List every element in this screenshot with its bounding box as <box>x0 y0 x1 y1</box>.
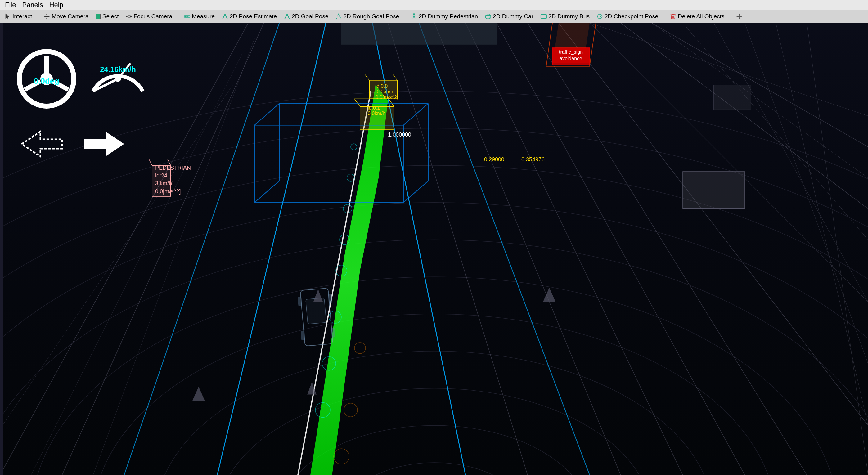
sep1 <box>37 13 38 20</box>
sep2 <box>178 13 178 20</box>
left-edge <box>0 23 3 475</box>
svg-point-1 <box>128 15 130 18</box>
rough-icon <box>335 13 342 20</box>
svg-point-15 <box>542 18 543 19</box>
float-value-3: 0.354976 <box>521 156 545 163</box>
sep3 <box>405 13 405 20</box>
pedestrian-accel: 0.0[m/s^2] <box>155 188 181 194</box>
move2-icon <box>736 13 743 20</box>
svg-point-116 <box>115 76 121 82</box>
turn-left-signal <box>19 125 62 159</box>
svg-marker-0 <box>6 13 10 19</box>
menu-help[interactable]: Help <box>46 0 66 10</box>
tool-checkpoint-pose[interactable]: 2D Checkpoint Pose <box>594 12 661 21</box>
yellow-box-1-label: id:0.00.0km/h0.0[m/s^2] <box>375 84 398 100</box>
select-check <box>96 14 100 19</box>
tool-select-label: Select <box>102 13 119 20</box>
menu-file[interactable]: File <box>2 0 19 10</box>
svg-text:0.0deg: 0.0deg <box>34 76 59 86</box>
yellow-box-2-label: id:0.10.0km/h <box>368 105 385 116</box>
tool-dummy-pedestrian[interactable]: 2D Dummy Pedestrian <box>408 12 480 21</box>
pedestrian-speed: 3[km/h] <box>155 180 174 187</box>
checkpoint-icon <box>596 13 603 20</box>
svg-point-16 <box>545 18 546 19</box>
bus-icon <box>540 13 547 20</box>
svg-rect-103 <box>683 171 745 209</box>
svg-rect-104 <box>714 85 751 110</box>
tool-dummy-bus[interactable]: 2D Dummy Bus <box>538 12 592 21</box>
pedestrian-id: id:24 <box>155 172 167 179</box>
tool-pose-estimate-label: 2D Pose Estimate <box>230 13 277 20</box>
svg-marker-119 <box>84 131 124 156</box>
tool-pose-estimate[interactable]: 2D Pose Estimate <box>219 12 279 21</box>
tool-measure-label: Measure <box>192 13 215 20</box>
svg-text:24.16km/h: 24.16km/h <box>100 65 136 73</box>
tool-goal-pose[interactable]: 2D Goal Pose <box>281 12 331 21</box>
svg-rect-2 <box>184 15 190 18</box>
tool-dummy-pedestrian-label: 2D Dummy Pedestrian <box>418 13 478 20</box>
tool-dummy-car-label: 2D Dummy Car <box>493 13 533 20</box>
tool-rough-goal-pose[interactable]: 2D Rough Goal Pose <box>333 12 402 21</box>
tool-focus-camera[interactable]: Focus Camera <box>123 12 175 21</box>
svg-rect-53 <box>306 298 327 324</box>
toolbar-more-label: ... <box>749 13 754 20</box>
menu-bar: File Panels Help <box>0 0 868 10</box>
float-value-1: 1.000000 <box>388 131 411 138</box>
svg-rect-13 <box>541 14 547 18</box>
svg-point-11 <box>486 18 488 19</box>
tool-dummy-car[interactable]: 2D Dummy Car <box>482 12 536 21</box>
move-icon <box>43 13 50 20</box>
tool-interact-label: Interact <box>12 13 32 20</box>
sep5 <box>730 13 730 20</box>
svg-point-7 <box>224 13 226 14</box>
tool-delete-all[interactable]: Delete All Objects <box>667 12 727 21</box>
tool-move-camera-label: Move Camera <box>52 13 88 20</box>
menu-panels[interactable]: Panels <box>19 0 46 10</box>
pedestrian-type: PEDESTRIAN <box>155 165 191 171</box>
viewport[interactable]: 0.0deg 24.16km/h 1.000000 0.29000 0.354 <box>0 23 868 475</box>
tool-dummy-bus-label: 2D Dummy Bus <box>548 13 590 20</box>
goal-icon <box>284 13 290 20</box>
pedestrian-label: PEDESTRIAN id:24 3[km/h] 0.0[m/s^2] <box>155 164 191 195</box>
tool-ellipsis[interactable]: ... <box>747 12 757 21</box>
tool-interact[interactable]: Interact <box>2 12 34 21</box>
tool-rough-goal-pose-label: 2D Rough Goal Pose <box>343 13 399 20</box>
tool-move-camera[interactable]: Move Camera <box>41 12 91 21</box>
cursor-icon <box>4 13 11 20</box>
speedometer: 24.16km/h <box>87 48 149 110</box>
traffic-sign-label: traffic_signavoidance <box>553 49 589 63</box>
tool-measure[interactable]: Measure <box>181 12 217 21</box>
svg-rect-105 <box>341 23 497 45</box>
focus-icon <box>126 13 132 20</box>
ruler-icon <box>184 13 190 20</box>
float-value-2: 0.29000 <box>484 156 504 163</box>
pedestrian-icon <box>410 13 417 20</box>
tool-move[interactable] <box>733 12 745 21</box>
sep4 <box>664 13 664 20</box>
svg-marker-118 <box>22 131 62 156</box>
toolbar: Interact Move Camera Select Focus Camera… <box>0 10 868 23</box>
turn-right-signal <box>81 125 124 159</box>
delete-icon <box>670 13 677 20</box>
svg-point-12 <box>489 18 490 19</box>
tool-goal-pose-label: 2D Goal Pose <box>292 13 328 20</box>
svg-point-9 <box>413 13 415 15</box>
pose-icon <box>222 13 228 20</box>
tool-focus-camera-label: Focus Camera <box>134 13 173 20</box>
tool-checkpoint-pose-label: 2D Checkpoint Pose <box>604 13 658 20</box>
car-icon <box>485 13 492 20</box>
steering-wheel: 0.0deg <box>16 48 78 110</box>
tool-select[interactable]: Select <box>93 12 121 21</box>
tool-delete-all-label: Delete All Objects <box>678 13 724 20</box>
svg-point-8 <box>286 13 288 14</box>
